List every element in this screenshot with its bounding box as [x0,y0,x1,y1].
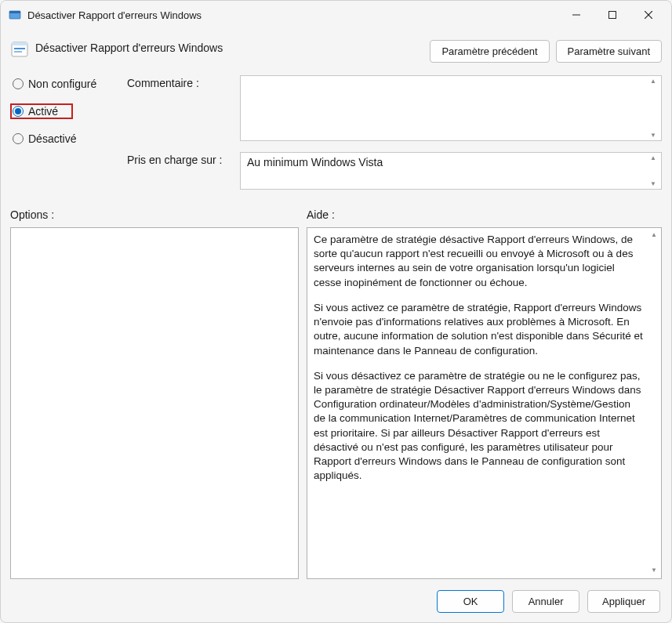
scroll-down-icon[interactable]: ▼ [650,180,656,187]
options-label: Options : [10,208,307,221]
state-radio-group: Non configuré Activé Désactivé [10,75,124,146]
svg-rect-8 [14,48,25,49]
close-button[interactable] [630,3,667,27]
help-paragraph: Ce paramètre de stratégie désactive Rapp… [314,233,644,290]
help-paragraph: Si vous activez ce paramètre de stratégi… [314,301,644,358]
comment-textarea[interactable]: ▲ ▼ [240,75,662,141]
help-paragraph: Si vous désactivez ce paramètre de strat… [314,369,644,484]
radio-enabled[interactable]: Activé [10,103,73,119]
titlebar: Désactiver Rapport d'erreurs Windows [1,1,671,29]
window-title: Désactiver Rapport d'erreurs Windows [27,9,202,21]
scroll-up-icon[interactable]: ▲ [650,78,656,85]
svg-rect-3 [609,12,616,19]
help-scrollbar[interactable]: ▲ ▼ [648,231,659,575]
app-icon [9,9,21,21]
next-setting-button[interactable]: Paramètre suivant [556,40,663,63]
scroll-up-icon[interactable]: ▲ [651,231,657,240]
comment-label: Commentaire : [127,75,237,146]
maximize-button[interactable] [594,3,630,27]
radio-label: Activé [28,105,58,118]
svg-rect-9 [14,51,22,53]
svg-rect-1 [9,11,20,13]
options-panel [10,227,299,579]
radio-icon [13,133,24,144]
policy-editor-window: Désactiver Rapport d'erreurs Windows [0,0,672,623]
cancel-button[interactable]: Annuler [512,590,579,613]
window-controls [558,3,667,27]
policy-title: Désactiver Rapport d'erreurs Windows [35,40,430,54]
radio-disabled[interactable]: Désactivé [10,132,124,146]
header-row: Désactiver Rapport d'erreurs Windows Par… [10,35,662,75]
scroll-up-icon[interactable]: ▲ [650,154,656,161]
previous-setting-button[interactable]: Paramètre précédent [430,40,549,63]
apply-button[interactable]: Appliquer [587,590,660,613]
ok-button[interactable]: OK [437,590,504,613]
radio-label: Non configuré [28,78,96,90]
radio-icon [13,78,24,89]
dialog-footer: OK Annuler Appliquer [10,579,662,614]
help-panel: Ce paramètre de stratégie désactive Rapp… [307,227,662,579]
supported-on-label: Pris en charge sur : [127,152,237,190]
svg-rect-7 [12,42,27,45]
minimize-button[interactable] [558,3,594,27]
supported-on-text: Au minimum Windows Vista [247,156,383,168]
policy-icon [10,40,29,59]
radio-label: Désactivé [28,132,76,145]
radio-icon [13,106,24,117]
supported-on-box: Au minimum Windows Vista ▲ ▼ [240,152,662,190]
radio-not-configured[interactable]: Non configuré [10,77,124,91]
help-label: Aide : [307,208,335,221]
scroll-down-icon[interactable]: ▼ [651,567,657,575]
scroll-down-icon[interactable]: ▼ [650,132,656,139]
